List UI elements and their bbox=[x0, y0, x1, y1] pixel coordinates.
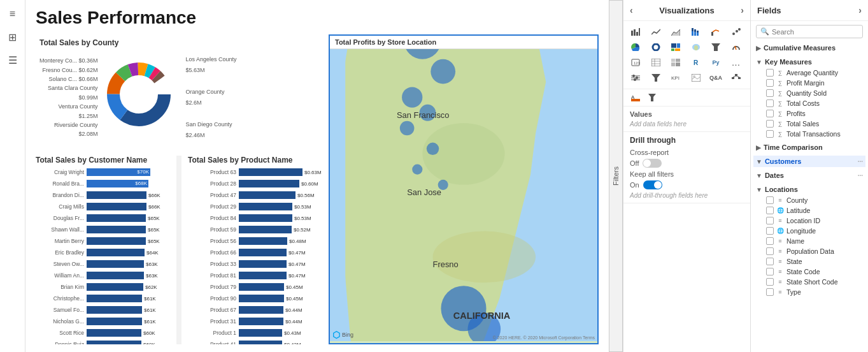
viz-panel-collapse-arrow[interactable]: ‹ bbox=[630, 5, 633, 15]
customer-chart-title: Total Sales by Customer Name bbox=[36, 156, 170, 165]
viz-panel-expand-arrow[interactable]: › bbox=[741, 5, 744, 15]
viz-donut-icon[interactable] bbox=[648, 40, 664, 54]
state-short-code-checkbox[interactable] bbox=[766, 278, 774, 286]
text-icon-type: ≡ bbox=[776, 289, 784, 295]
type-checkbox[interactable] bbox=[766, 288, 774, 296]
field-item-location-id[interactable]: ≡ Location ID bbox=[753, 216, 865, 226]
county-checkbox[interactable] bbox=[766, 196, 774, 204]
donut-svg[interactable] bbox=[101, 56, 183, 139]
total-transactions-label: Total Transactions bbox=[786, 130, 841, 138]
total-transactions-checkbox[interactable] bbox=[766, 130, 774, 138]
total-sales-checkbox[interactable] bbox=[766, 120, 774, 128]
table-row: Brian Kim$62K bbox=[36, 282, 170, 292]
profit-margin-checkbox[interactable] bbox=[766, 79, 774, 87]
fields-panel-close-arrow[interactable]: › bbox=[858, 5, 862, 15]
svg-line-84 bbox=[733, 76, 736, 77]
state-code-checkbox[interactable] bbox=[766, 268, 774, 275]
scroll-divider[interactable] bbox=[176, 156, 181, 344]
total-profits-label: Profits bbox=[786, 110, 806, 117]
table-row: Craig Wright$70K bbox=[36, 167, 170, 177]
latitude-checkbox[interactable] bbox=[766, 207, 774, 214]
field-group-dates-header[interactable]: ▼ Dates ··· bbox=[753, 170, 865, 181]
grid-icon[interactable]: ⊞ bbox=[4, 28, 22, 46]
add-drill-through-placeholder[interactable]: Add drill-through fields here bbox=[630, 192, 744, 199]
field-item-state-code[interactable]: ≡ State Code bbox=[753, 267, 865, 277]
field-item-avg-qty[interactable]: ∑ Average Quantity bbox=[753, 68, 865, 78]
viz-treemap-icon[interactable] bbox=[667, 40, 684, 54]
viz-line-chart-icon[interactable] bbox=[648, 25, 664, 39]
viz-image-icon[interactable] bbox=[688, 71, 704, 85]
field-item-latitude[interactable]: 🌐 Latitude bbox=[753, 205, 865, 216]
viz-python-icon[interactable]: Py bbox=[708, 55, 724, 70]
viz-filter-icon[interactable] bbox=[648, 71, 664, 85]
keep-filters-toggle[interactable] bbox=[643, 180, 662, 189]
map-box[interactable]: Total Profits by Store Location bbox=[329, 34, 599, 344]
field-group-cumulative-header[interactable]: ▶ Cumulative Measures bbox=[753, 42, 865, 54]
field-item-total-costs[interactable]: ∑ Total Costs bbox=[753, 98, 865, 108]
field-item-longitude[interactable]: 🌐 Longitude bbox=[753, 226, 865, 236]
viz-slicer-icon[interactable] bbox=[627, 71, 644, 85]
fields-search-input[interactable] bbox=[772, 28, 860, 36]
viz-kpi-icon[interactable]: KPI bbox=[667, 71, 684, 85]
filters-tab[interactable]: Filters bbox=[609, 0, 623, 352]
dates-menu-dots[interactable]: ··· bbox=[858, 172, 863, 179]
field-group-locations-header[interactable]: ▼ Locations bbox=[753, 184, 865, 195]
field-item-name[interactable]: ≡ Name bbox=[753, 236, 865, 246]
svg-point-76 bbox=[634, 78, 636, 81]
viz-area-chart-icon[interactable] bbox=[667, 25, 684, 39]
viz-funnel-icon[interactable] bbox=[708, 40, 724, 54]
name-checkbox[interactable] bbox=[766, 237, 774, 245]
viz-r-icon[interactable]: R bbox=[688, 55, 704, 70]
cross-report-toggle[interactable] bbox=[643, 159, 662, 168]
state-checkbox[interactable] bbox=[766, 258, 774, 265]
field-group-customers-header[interactable]: ▼ Customers ··· bbox=[753, 156, 865, 167]
total-profits-checkbox[interactable] bbox=[766, 110, 774, 117]
viz-card-icon[interactable]: 123 bbox=[627, 55, 644, 70]
viz-combo-icon[interactable] bbox=[708, 25, 724, 39]
values-placeholder[interactable]: Add data fields here bbox=[630, 121, 744, 128]
field-item-state[interactable]: ≡ State bbox=[753, 256, 865, 267]
viz-gauge-icon[interactable] bbox=[728, 40, 744, 54]
field-group-time-header[interactable]: ▶ Time Comparison bbox=[753, 142, 865, 153]
field-group-locations: ▼ Locations ≡ County 🌐 Latitude ≡ Locati… bbox=[753, 184, 865, 297]
longitude-checkbox[interactable] bbox=[766, 227, 774, 235]
field-group-key-header[interactable]: ▼ Key Measures bbox=[753, 56, 865, 68]
viz-table-icon[interactable] bbox=[648, 55, 664, 70]
total-costs-checkbox[interactable] bbox=[766, 99, 774, 107]
field-item-qty-sold[interactable]: ∑ Quantity Sold bbox=[753, 88, 865, 98]
viz-map-icon[interactable] bbox=[688, 40, 704, 54]
field-item-population[interactable]: ≡ Population Data bbox=[753, 246, 865, 256]
viz-decomp-icon[interactable] bbox=[728, 71, 744, 85]
svg-rect-67 bbox=[671, 59, 675, 62]
field-item-total-sales[interactable]: ∑ Total Sales bbox=[753, 119, 865, 129]
customers-menu-dots[interactable]: ··· bbox=[858, 158, 863, 165]
viz-scatter-icon[interactable] bbox=[728, 25, 744, 39]
list-icon[interactable]: ☰ bbox=[4, 51, 22, 69]
viz-tool-filter-icon[interactable] bbox=[645, 92, 659, 103]
avg-qty-checkbox[interactable] bbox=[766, 69, 774, 77]
viz-pie-icon[interactable] bbox=[627, 40, 644, 54]
field-item-state-short-code[interactable]: ≡ State Short Code bbox=[753, 277, 865, 287]
viz-stacked-bar-icon[interactable] bbox=[688, 25, 704, 39]
field-item-profit-margin[interactable]: ∑ Profit Margin bbox=[753, 78, 865, 88]
viz-more-icon[interactable]: … bbox=[728, 55, 744, 70]
location-id-checkbox[interactable] bbox=[766, 217, 774, 224]
viz-tool-format-icon[interactable]: A bbox=[629, 92, 643, 103]
measure-icon-3: ∑ bbox=[776, 90, 784, 96]
menu-icon[interactable]: ≡ bbox=[4, 5, 22, 23]
population-checkbox[interactable] bbox=[766, 247, 774, 255]
qty-sold-checkbox[interactable] bbox=[766, 89, 774, 97]
field-item-county[interactable]: ≡ County bbox=[753, 195, 865, 205]
svg-text:A: A bbox=[631, 94, 635, 100]
viz-qna-icon[interactable]: Q&A bbox=[708, 71, 724, 85]
viz-bar-chart-icon[interactable] bbox=[627, 25, 644, 39]
field-item-total-transactions[interactable]: ∑ Total Transactions bbox=[753, 129, 865, 139]
viz-matrix-icon[interactable] bbox=[667, 55, 684, 70]
field-item-total-profits[interactable]: ∑ Profits bbox=[753, 108, 865, 119]
fields-search-box[interactable]: 🔍 bbox=[756, 25, 863, 38]
map-inner[interactable]: Sacramento San Francisco San Jose Fresno… bbox=[330, 49, 597, 341]
svg-rect-45 bbox=[697, 31, 699, 33]
fields-list: ▶ Cumulative Measures ▼ Key Measures ∑ A… bbox=[751, 42, 868, 352]
field-item-type[interactable]: ≡ Type bbox=[753, 287, 865, 297]
svg-rect-55 bbox=[671, 48, 674, 51]
